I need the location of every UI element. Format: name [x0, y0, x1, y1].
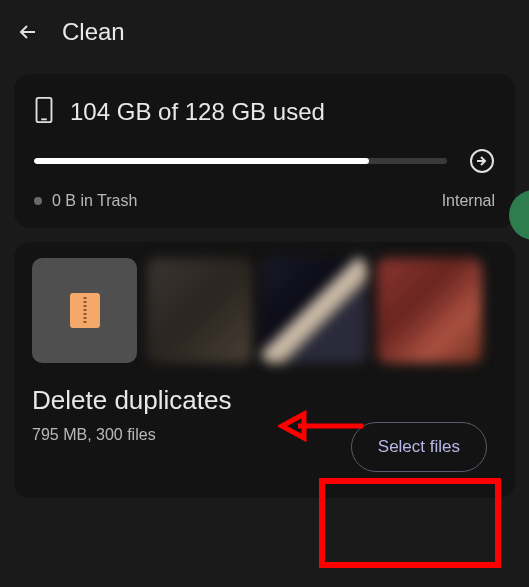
thumbnail-image[interactable] [147, 258, 252, 363]
thumbnail-image[interactable] [262, 258, 367, 363]
storage-progress-fill [34, 158, 369, 164]
zip-icon [70, 293, 100, 328]
duplicates-title: Delete duplicates [32, 385, 497, 416]
arrow-right-circle-icon[interactable] [469, 148, 495, 174]
storage-card: 104 GB of 128 GB used 0 B in Trash Inter… [14, 74, 515, 228]
page-title: Clean [62, 18, 125, 46]
thumbnail-row [32, 258, 497, 363]
storage-usage-text: 104 GB of 128 GB used [70, 98, 325, 126]
trash-size-text: 0 B in Trash [52, 192, 137, 210]
thumbnail-archive[interactable] [32, 258, 137, 363]
storage-location-label: Internal [442, 192, 495, 210]
phone-icon [34, 96, 54, 128]
duplicates-card: Delete duplicates 795 MB, 300 files Sele… [14, 242, 515, 498]
storage-progress [34, 158, 447, 164]
back-icon[interactable] [16, 20, 40, 44]
select-files-button[interactable]: Select files [351, 422, 487, 472]
trash-indicator-dot [34, 197, 42, 205]
thumbnail-image[interactable] [377, 258, 482, 363]
